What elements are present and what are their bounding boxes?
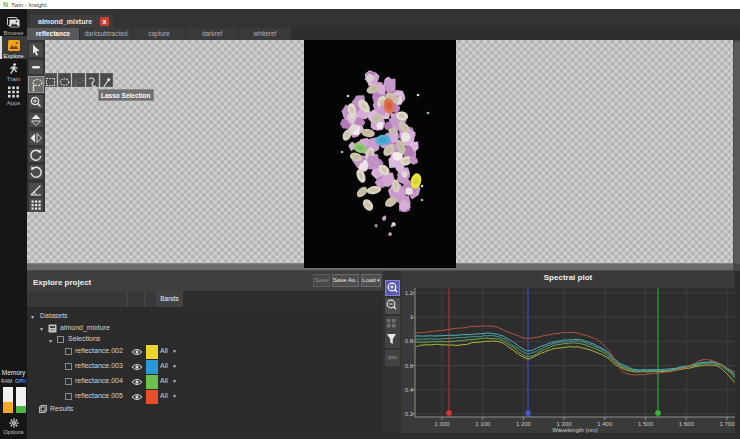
svg-text:1 200: 1 200 (516, 421, 532, 427)
svg-text:0.2: 0.2 (405, 411, 414, 417)
svg-text:1 700: 1 700 (719, 421, 735, 427)
svg-text:1 100: 1 100 (475, 421, 491, 427)
svg-text:0.8: 0.8 (405, 338, 414, 344)
svg-text:1 000: 1 000 (434, 421, 450, 427)
svg-text:0.4: 0.4 (405, 387, 414, 393)
svg-text:1 400: 1 400 (597, 421, 613, 427)
svg-text:1.2: 1.2 (405, 290, 414, 296)
svg-text:1 600: 1 600 (679, 421, 695, 427)
svg-text:0.6: 0.6 (405, 363, 414, 369)
svg-text:1 500: 1 500 (638, 421, 654, 427)
